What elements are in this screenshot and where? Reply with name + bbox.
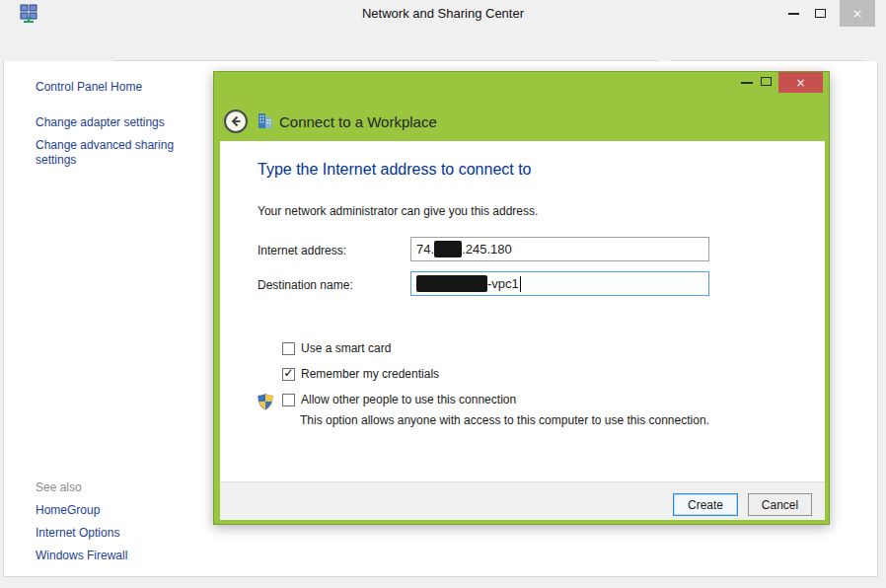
dialog-footer: Create Cancel [220, 481, 825, 520]
redacted-value [434, 241, 462, 257]
smart-card-label: Use a smart card [301, 341, 391, 355]
sidebar-item-windows-firewall[interactable]: Windows Firewall [36, 549, 127, 562]
window-title: Network and Sharing Center [0, 6, 886, 21]
sidebar-item-homegroup[interactable]: HomeGroup [36, 503, 100, 517]
cancel-button[interactable]: Cancel [748, 493, 812, 516]
smart-card-checkbox[interactable]: ✓ [282, 342, 295, 355]
credentials-checkbox[interactable]: ✓ [282, 368, 295, 381]
destination-name-field[interactable]: -vpc1 [410, 271, 709, 296]
credentials-checkbox-row[interactable]: ✓ Remember my credentials [282, 367, 439, 381]
uac-shield-icon [258, 394, 273, 413]
workplace-icon [256, 111, 274, 133]
maximize-button[interactable] [807, 0, 833, 27]
redacted-value [416, 275, 487, 292]
internet-address-value-suffix: .245.180 [462, 242, 512, 257]
network-sharing-center-window: Network and Sharing Center × ▾ ↑ [0, 0, 886, 588]
create-button[interactable]: Create [673, 493, 738, 516]
connect-to-workplace-dialog: × Connect to a Workplace Type the Intern… [213, 71, 830, 525]
sidebar-item-control-panel-home[interactable]: Control Panel Home [36, 80, 142, 94]
internet-address-field[interactable]: 74..245.180 [410, 237, 709, 261]
allow-others-checkbox[interactable]: ✓ [282, 394, 295, 406]
minimize-button[interactable] [780, 0, 806, 27]
sidebar-item-internet-options[interactable]: Internet Options [36, 526, 119, 540]
text-caret [520, 276, 521, 292]
destination-name-value-suffix: -vpc1 [487, 276, 519, 291]
allow-others-note: This option allows anyone with access to… [300, 413, 709, 427]
destination-name-label: Destination name: [258, 278, 353, 292]
dialog-minimize-button[interactable] [741, 82, 753, 84]
titlebar: Network and Sharing Center × [0, 0, 886, 28]
allow-others-label: Allow other people to use this connectio… [301, 393, 516, 406]
dialog-heading: Type the Internet address to connect to [258, 161, 532, 179]
dialog-intro-text: Your network administrator can give you … [258, 204, 538, 218]
credentials-label: Remember my credentials [301, 367, 439, 381]
dialog-maximize-button[interactable] [761, 77, 772, 86]
internet-address-label: Internet address: [258, 244, 346, 257]
dialog-back-button[interactable] [224, 110, 248, 133]
dialog-content: Type the Internet address to connect to … [220, 141, 825, 520]
allow-others-checkbox-row[interactable]: ✓ Allow other people to use this connect… [282, 393, 516, 406]
navigation-toolbar: ▾ ↑ ▸ Control Panel ▸ Network and Intern… [0, 28, 886, 61]
smart-card-checkbox-row[interactable]: ✓ Use a smart card [282, 341, 391, 355]
sidebar-item-change-advanced-sharing[interactable]: Change advanced sharing settings [36, 138, 195, 168]
see-also-heading: See also [36, 480, 82, 494]
close-button[interactable]: × [840, 0, 875, 27]
dialog-title: Connect to a Workplace [279, 113, 437, 130]
internet-address-value-prefix: 74. [416, 242, 434, 257]
sidebar-item-change-adapter-settings[interactable]: Change adapter settings [36, 115, 165, 129]
dialog-close-button[interactable]: × [778, 72, 823, 93]
